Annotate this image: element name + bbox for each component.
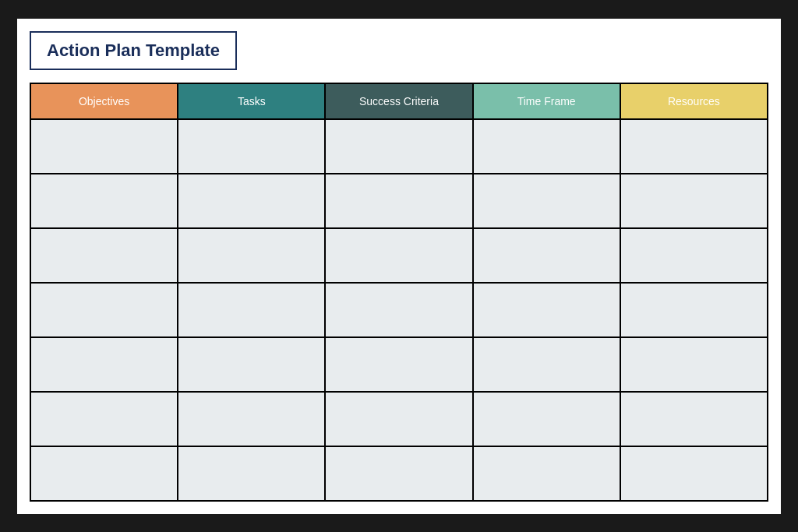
table-row[interactable]	[30, 174, 768, 228]
table-cell[interactable]	[325, 228, 472, 283]
table-row[interactable]	[30, 337, 768, 392]
table-cell[interactable]	[473, 228, 620, 283]
table-cell[interactable]	[30, 228, 178, 283]
table-row[interactable]	[30, 119, 768, 174]
table-row[interactable]	[30, 446, 768, 501]
table-cell[interactable]	[30, 174, 178, 228]
table-row[interactable]	[30, 392, 768, 446]
table-cell[interactable]	[178, 337, 325, 392]
header-success-criteria: Success Criteria	[325, 83, 472, 119]
table-cell[interactable]	[620, 283, 768, 337]
table-cell[interactable]	[325, 174, 472, 228]
table-cell[interactable]	[325, 119, 472, 174]
table-cell[interactable]	[473, 337, 620, 392]
table-cell[interactable]	[30, 119, 178, 174]
table-cell[interactable]	[325, 392, 472, 446]
table-header-row: Objectives Tasks Success Criteria Time F…	[30, 83, 768, 119]
table-cell[interactable]	[325, 446, 472, 501]
table-cell[interactable]	[473, 119, 620, 174]
table-container: Objectives Tasks Success Criteria Time F…	[30, 83, 768, 502]
table-cell[interactable]	[30, 392, 178, 446]
table-cell[interactable]	[178, 174, 325, 228]
table-cell[interactable]	[178, 228, 325, 283]
table-row[interactable]	[30, 283, 768, 337]
table-cell[interactable]	[325, 337, 472, 392]
table-cell[interactable]	[473, 283, 620, 337]
table-cell[interactable]	[620, 119, 768, 174]
table-cell[interactable]	[473, 392, 620, 446]
header-objectives: Objectives	[30, 83, 178, 119]
table-cell[interactable]	[473, 174, 620, 228]
table-cell[interactable]	[178, 119, 325, 174]
table-cell[interactable]	[473, 446, 620, 501]
table-cell[interactable]	[178, 392, 325, 446]
action-plan-table: Objectives Tasks Success Criteria Time F…	[30, 83, 768, 502]
table-cell[interactable]	[620, 337, 768, 392]
table-cell[interactable]	[325, 283, 472, 337]
table-cell[interactable]	[178, 446, 325, 501]
header-resources: Resources	[620, 83, 768, 119]
header-timeframe: Time Frame	[473, 83, 620, 119]
title-box: Action Plan Template	[30, 31, 237, 70]
page-wrapper: Action Plan Template Objectives Tasks Su…	[17, 19, 781, 514]
table-cell[interactable]	[30, 446, 178, 501]
table-cell[interactable]	[30, 283, 178, 337]
table-cell[interactable]	[30, 337, 178, 392]
table-cell[interactable]	[178, 283, 325, 337]
table-row[interactable]	[30, 228, 768, 283]
table-cell[interactable]	[620, 228, 768, 283]
table-cell[interactable]	[620, 392, 768, 446]
header-tasks: Tasks	[178, 83, 325, 119]
table-cell[interactable]	[620, 174, 768, 228]
table-cell[interactable]	[620, 446, 768, 501]
page-title: Action Plan Template	[47, 41, 220, 60]
